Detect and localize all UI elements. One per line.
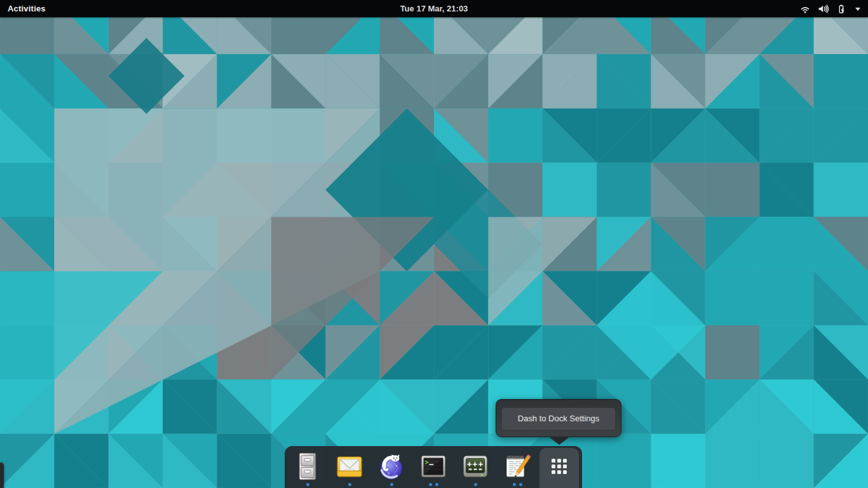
running-indicator — [496, 483, 538, 486]
battery-charging-icon — [836, 4, 846, 14]
activities-button[interactable]: Activities — [8, 4, 46, 13]
desktop-wallpaper — [0, 0, 868, 488]
volume-icon — [818, 4, 829, 14]
clock-calendar-button[interactable]: Tue 17 Mar, 21:03 — [400, 4, 468, 13]
app-grid-icon — [544, 451, 574, 482]
running-indicator — [412, 483, 454, 486]
running-indicator — [329, 483, 370, 486]
top-bar: Activities Tue 17 Mar, 21:03 — [0, 0, 868, 17]
notepad-pencil-icon — [502, 451, 532, 482]
hidden-window-corner — [0, 463, 4, 488]
file-cabinet-icon — [292, 451, 323, 482]
menu-item-dash-to-dock-settings[interactable]: Dash to Dock Settings — [502, 408, 615, 430]
mail-icon — [334, 451, 365, 482]
system-status-area[interactable] — [800, 0, 862, 17]
dock-item-terminal[interactable]: > — [412, 446, 454, 488]
wifi-icon — [800, 4, 810, 14]
running-indicator — [287, 483, 329, 486]
dock-item-files[interactable] — [287, 446, 329, 488]
svg-text:+++: +++ — [467, 459, 484, 469]
chevron-down-icon — [854, 4, 862, 14]
dock-item-web-browser[interactable] — [370, 446, 412, 488]
dash-to-dock: > +++ — [285, 446, 582, 488]
svg-text:>: > — [425, 459, 429, 466]
dock-item-green-terminal[interactable]: +++ — [454, 446, 496, 488]
dock-item-text-editor[interactable] — [496, 446, 538, 488]
dock-item-mail[interactable] — [329, 446, 370, 488]
popup-box: Dash to Dock Settings — [496, 399, 621, 437]
dash-to-dock-popup: Dash to Dock Settings — [496, 399, 621, 445]
running-indicator — [370, 483, 412, 486]
popup-arrow — [548, 437, 570, 445]
green-terminal-icon: +++ — [460, 451, 491, 482]
terminal-icon: > — [418, 451, 449, 482]
dock-item-show-applications[interactable] — [538, 446, 580, 488]
browser-globe-icon — [376, 451, 407, 482]
running-indicator — [454, 483, 496, 486]
